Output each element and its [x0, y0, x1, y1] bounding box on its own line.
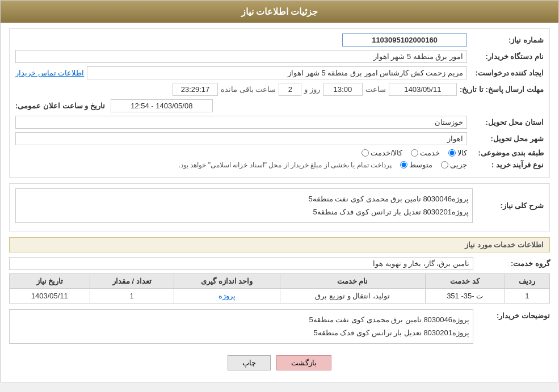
- buyer-notes-line2: پروژه8030201 تعدیل بار ترانس کوی فدک منط…: [13, 326, 469, 339]
- category-goods-service-option[interactable]: کالا/خدمت: [362, 149, 402, 157]
- reply-deadline-label: مهلت ارسال پاسخ: تا تاریخ:: [460, 85, 544, 94]
- need-number-label: شماره نیاز:: [470, 36, 544, 44]
- requester-label: ایجاد کننده درخواست:: [470, 69, 544, 77]
- col-unit: واحد اندازه گیری: [174, 273, 280, 288]
- services-table: ردیف کد خدمت نام خدمت واحد اندازه گیری ت…: [9, 273, 550, 304]
- category-label: طبقه بندی موضوعی:: [470, 149, 544, 157]
- category-goods-service-label: کالا/خدمت: [371, 149, 402, 157]
- cell-service-code: ت -35- 351: [425, 288, 505, 303]
- category-goods-service-radio[interactable]: [362, 149, 369, 157]
- category-goods-radio[interactable]: [448, 149, 456, 157]
- cell-unit: پروژه: [174, 288, 280, 303]
- category-service-option[interactable]: خدمت: [411, 149, 440, 157]
- purchase-type-note: پرداخت تمام یا بخشی از مبلغ خریدار از مح…: [179, 161, 392, 169]
- print-button[interactable]: چاپ: [228, 355, 271, 370]
- reply-days-value: 2: [279, 83, 301, 96]
- reply-time-value: 13:00: [323, 83, 363, 96]
- cell-service-name: تولید، انتقال و توزیع برق: [280, 288, 425, 303]
- category-goods-label: کالا: [457, 149, 467, 157]
- need-description-line1: پروژه8030046 تامین برق محمدی کوی نفت منط…: [19, 192, 469, 205]
- buyer-notes-line1: پروژه8030046 تامین برق محمدی کوی نفت منط…: [13, 313, 469, 326]
- reply-remaining-value: 23:29:17: [173, 83, 218, 96]
- buyer-station-value: امور برق منطقه 5 شهر اهواز: [15, 50, 467, 63]
- public-announce-value: 1403/05/08 - 12:54: [111, 99, 213, 112]
- category-service-label: خدمت: [420, 149, 440, 157]
- buyer-notes-box: پروژه8030046 تامین برق محمدی کوی نفت منط…: [9, 309, 473, 344]
- category-goods-option[interactable]: کالا: [448, 149, 467, 157]
- need-description-line2: پروژه8030201 تعدیل بار ترانس کوی فدک منط…: [19, 205, 469, 218]
- city-label: شهر محل تحویل:: [470, 134, 544, 143]
- purchase-type-partial-radio[interactable]: [441, 161, 448, 168]
- public-announce-label: تاریخ و ساعت اعلان عمومی:: [15, 102, 108, 110]
- reply-date-value: 1403/05/11: [389, 83, 457, 96]
- need-description-box: پروژه8030046 تامین برق محمدی کوی نفت منط…: [15, 188, 473, 223]
- need-number-value: 1103095102000160: [342, 33, 467, 47]
- buyer-notes-label: توضیحات خریدار:: [476, 309, 550, 320]
- purchase-type-partial-option[interactable]: جزیی: [441, 161, 467, 169]
- reply-days-label: روز و: [304, 85, 320, 94]
- back-button[interactable]: بازگشت: [276, 355, 331, 370]
- service-group-value: تامین برق، گاز، بخار و تهویه هوا: [9, 257, 473, 270]
- buttons-row: بازگشت چاپ: [9, 349, 550, 376]
- cell-row-num: 1: [505, 288, 549, 303]
- category-service-radio[interactable]: [411, 149, 418, 157]
- purchase-type-medium-option[interactable]: متوسط: [400, 161, 432, 169]
- need-description-label: شرح کلی نیاز:: [476, 201, 544, 210]
- services-section-title: اطلاعات خدمات مورد نیاز: [9, 237, 550, 252]
- purchase-type-label: نوع فرآیند خرید :: [470, 161, 544, 169]
- table-row: 1 ت -35- 351 تولید، انتقال و توزیع برق پ…: [10, 288, 550, 303]
- city-value: اهواز: [15, 132, 467, 145]
- col-row-num: ردیف: [505, 273, 549, 288]
- page-header: جزئیات اطلاعات نیاز: [1, 1, 558, 23]
- reply-remaining-label: ساعت باقی مانده: [221, 85, 276, 94]
- requester-value: مریم زحمت کش کارشناس امور برق منطقه 5 شه…: [87, 66, 467, 79]
- contact-link[interactable]: اطلاعات تماس خریدار: [15, 69, 84, 77]
- province-label: استان محل تحویل:: [470, 118, 544, 127]
- service-group-label: گروه خدمت:: [476, 259, 550, 268]
- buyer-station-label: نام دستگاه خریدار:: [470, 52, 544, 61]
- province-value: خوزستان: [15, 116, 467, 129]
- purchase-type-partial-label: جزیی: [450, 161, 467, 169]
- page-title: جزئیات اطلاعات نیاز: [241, 7, 318, 16]
- col-quantity: تعداد / مقدار: [90, 273, 174, 288]
- cell-date: 1403/05/11: [10, 288, 90, 303]
- cell-quantity: 1: [90, 288, 174, 303]
- purchase-type-medium-radio[interactable]: [400, 161, 407, 168]
- reply-time-label: ساعت: [365, 85, 386, 94]
- col-service-code: کد خدمت: [425, 273, 505, 288]
- col-service-name: نام خدمت: [280, 273, 425, 288]
- purchase-type-medium-label: متوسط: [409, 161, 432, 169]
- col-date: تاریخ نیاز: [10, 273, 90, 288]
